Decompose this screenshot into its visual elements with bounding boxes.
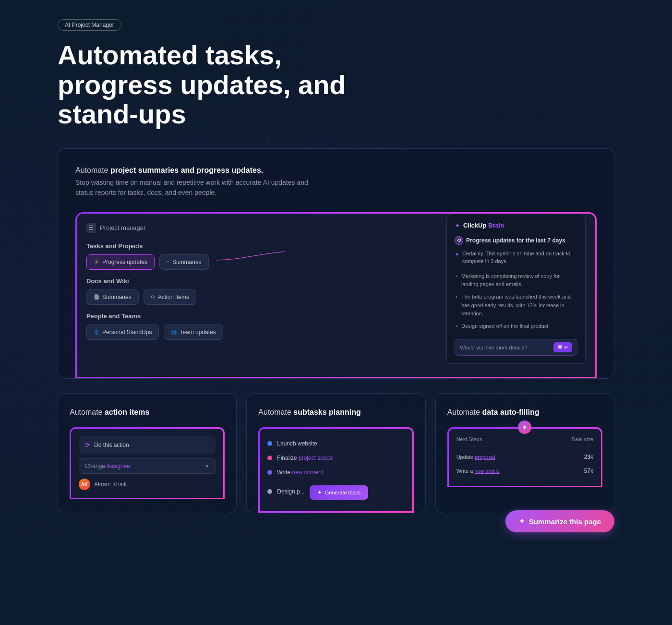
- brain-ai-icon: ✦: [455, 250, 459, 265]
- data-table-row-1: Update proposal 23k: [456, 450, 593, 464]
- summaries-docs-btn[interactable]: 📄 Summaries: [86, 289, 139, 305]
- feature-description: Automate project summaries and progress …: [75, 166, 597, 175]
- subtasks-demo: Launch website Finalize project scope Wr…: [258, 427, 413, 513]
- action-item-row: ⟳ Do this action: [79, 436, 216, 454]
- tasks-button-row: ⚡ Progress updates ≡ Summaries: [86, 254, 361, 270]
- bottom-cards: Automate action items ⟳ Do this action C…: [58, 393, 614, 513]
- brain-send-btn[interactable]: ⌘ ↵: [553, 342, 572, 352]
- data-table-header: Next Steps Deal size: [456, 436, 593, 446]
- progress-icon: ⚡: [94, 259, 99, 264]
- ai-project-manager-badge: AI Project Manager: [58, 19, 121, 31]
- action-items-card: Automate action items ⟳ Do this action C…: [58, 393, 237, 513]
- brain-logo: ClickUp Brain: [463, 222, 504, 229]
- brain-query: ⏱ Progress updates for the last 7 days: [455, 236, 577, 245]
- generate-tasks-btn[interactable]: ✦ Generate tasks: [310, 485, 369, 500]
- action-select[interactable]: Change Assignee ▼: [79, 458, 216, 474]
- data-autofill-title: Automate data auto-filling: [447, 407, 602, 418]
- subtask-item-2: Finalize project scope: [267, 451, 404, 465]
- demo-header-title: Project manager: [100, 224, 145, 231]
- brain-bullet-1: Marketing is completing review of copy f…: [455, 270, 577, 291]
- action-demo: ⟳ Do this action Change Assignee ▼ AK Ak…: [70, 427, 225, 499]
- people-button-row: 👤 Personal StandUps 👥 Team updates: [86, 325, 361, 340]
- brain-bullet-3: Design signed off on the final product: [455, 320, 577, 333]
- brain-input-row[interactable]: Would you like more details? ⌘ ↵: [455, 339, 577, 356]
- demo-inner: ☰ Project manager: [77, 214, 595, 377]
- tasks-section-title: Tasks and Projects: [86, 242, 361, 250]
- team-icon: 👥: [171, 329, 177, 335]
- action-demo-inner: ⟳ Do this action Change Assignee ▼ AK Ak…: [71, 429, 223, 498]
- select-chevron-icon: ▼: [204, 464, 209, 469]
- brain-header: ✦ ClickUp Brain: [455, 222, 577, 229]
- demo-left-section: Tasks and Projects ⚡ Progress updates ≡ …: [86, 242, 361, 340]
- badge-label: AI Project Manager: [65, 22, 114, 28]
- progress-updates-btn[interactable]: ⚡ Progress updates: [86, 254, 155, 270]
- subtask-dot-3: [267, 470, 272, 475]
- sparkle-icon: ✦: [317, 489, 322, 496]
- brain-ai-response: ✦ Certainly. This sprint is on time and …: [455, 250, 577, 265]
- people-section-title: People and Teams: [86, 312, 361, 320]
- project-manager-icon: ☰: [86, 223, 96, 233]
- subtask-item-3: Write new content: [267, 465, 404, 480]
- data-autofill-card: Automate data auto-filling ✦ Next Steps …: [435, 393, 614, 513]
- subtask-dot-2: [267, 456, 272, 460]
- action-items-title: Automate action items: [70, 407, 225, 418]
- subtasks-demo-inner: Launch website Finalize project scope Wr…: [260, 429, 412, 511]
- docs-button-row: 📄 Summaries ⚙ Action items: [86, 289, 361, 305]
- brain-panel: ✦ ClickUp Brain ⏱ Progress updates for t…: [446, 214, 586, 364]
- brain-bullet-2: The beta program was launched this week …: [455, 291, 577, 320]
- col2-header: Deal size: [572, 436, 593, 442]
- brain-sparkle-icon: ✦: [455, 222, 460, 229]
- team-updates-btn[interactable]: 👥 Team updates: [164, 325, 223, 340]
- col1-header: Next Steps: [456, 436, 482, 442]
- data-table-row-2: Write a new article 57k: [456, 464, 593, 478]
- brain-query-icon: ⏱: [455, 236, 463, 245]
- data-demo: ✦ Next Steps Deal size Update proposal 2…: [447, 427, 602, 487]
- subtask-item-1: Launch website: [267, 436, 404, 451]
- action-avatar: AK: [79, 479, 90, 490]
- demo-container: ☰ Project manager: [75, 212, 597, 378]
- standup-btn[interactable]: 👤 Personal StandUps: [86, 325, 159, 340]
- data-demo-inner: Next Steps Deal size Update proposal 23k…: [449, 429, 601, 486]
- subtask-dot-1: [267, 441, 272, 446]
- summarize-page-button[interactable]: ✦ Summarize this page: [505, 510, 614, 532]
- page-wrapper: AI Project Manager Automated tasks, prog…: [0, 0, 672, 552]
- brain-input-placeholder: Would you like more details?: [460, 345, 550, 350]
- subtask-dot-4: [267, 489, 272, 494]
- action-user: AK Akram Khalil: [79, 479, 216, 490]
- subtasks-title: Automate subtasks planning: [258, 407, 413, 418]
- action-items-btn[interactable]: ⚙ Action items: [144, 289, 196, 305]
- data-sparkle-badge: ✦: [518, 421, 531, 434]
- action-item-icon: ⟳: [84, 441, 90, 449]
- action-icon: ⚙: [151, 294, 155, 300]
- brain-bullets: Marketing is completing review of copy f…: [455, 270, 577, 333]
- summaries-tasks-btn[interactable]: ≡ Summaries: [159, 254, 209, 270]
- summaries-tasks-icon: ≡: [167, 259, 169, 264]
- feature-subtitle: Stop wasting time on manual and repetiti…: [75, 178, 315, 198]
- standup-icon: 👤: [94, 329, 99, 335]
- doc-icon: 📄: [94, 294, 99, 300]
- subtask-item-4: Design p... ✦ Generate tasks: [267, 480, 404, 504]
- main-feature-card: Automate project summaries and progress …: [58, 148, 614, 379]
- docs-section-title: Docs and Wiki: [86, 277, 361, 285]
- subtasks-card: Automate subtasks planning Launch websit…: [246, 393, 425, 513]
- hero-title: Automated tasks, progress updates, and s…: [58, 40, 355, 129]
- summarize-sparkle-icon: ✦: [519, 517, 525, 526]
